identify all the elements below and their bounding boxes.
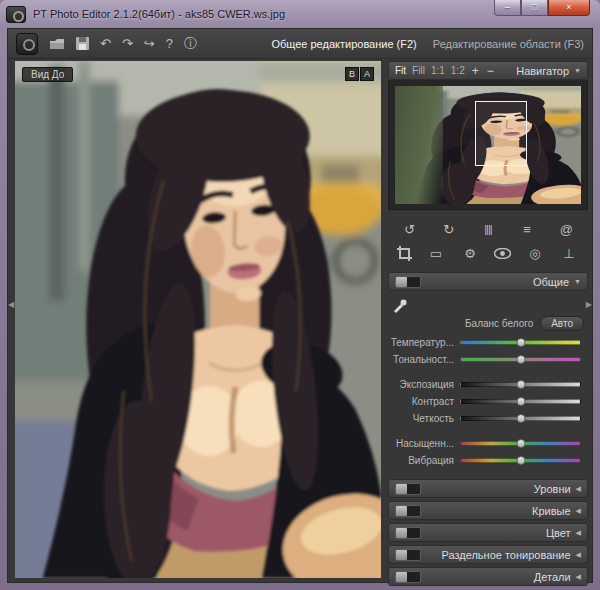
slider-thumb[interactable] xyxy=(516,355,525,364)
slider-thumb[interactable] xyxy=(516,380,525,389)
panel-general-toggle[interactable] xyxy=(395,276,421,288)
panel-details-collapse-icon: ◀ xyxy=(576,573,581,581)
panel-levels-toggle[interactable] xyxy=(395,483,421,495)
tint-slider[interactable] xyxy=(460,357,581,362)
contrast-slider[interactable] xyxy=(460,399,581,404)
tab-general-editing[interactable]: Общее редактирование (F2) xyxy=(271,38,416,50)
panel-split-toning-toggle[interactable] xyxy=(395,549,421,561)
panel-curves-header[interactable]: Кривые ◀ xyxy=(388,501,588,520)
close-button[interactable]: × xyxy=(548,0,590,16)
mode-tabs: Общее редактирование (F2) Редактирование… xyxy=(271,38,584,50)
crop-icon[interactable] xyxy=(397,246,412,261)
zoom-1-1[interactable]: 1:1 xyxy=(431,65,445,76)
slider-thumb[interactable] xyxy=(516,397,525,406)
zoom-fit[interactable]: Fit xyxy=(395,65,406,76)
panel-footer: Сбросить Сохранить как... xyxy=(388,586,588,590)
slider-thumb[interactable] xyxy=(516,338,525,347)
vibrance-slider[interactable] xyxy=(460,458,581,463)
panel-general-collapse-icon: ▼ xyxy=(574,278,581,285)
navigator-thumbnail[interactable] xyxy=(395,86,581,204)
slider-contrast: Контраст xyxy=(390,393,584,410)
panel-levels-title: Уровни xyxy=(534,483,571,495)
help-icon[interactable]: ? xyxy=(166,37,173,50)
save-icon[interactable] xyxy=(76,37,89,50)
adjust-lines-icon[interactable]: ≡ xyxy=(517,223,537,236)
patch-icon[interactable]: ▭ xyxy=(426,247,446,260)
collapse-right-panel-icon[interactable]: ▶ xyxy=(586,300,592,310)
panel-curves-title: Кривые xyxy=(532,505,571,517)
navigator-title[interactable]: Навигатор xyxy=(516,65,569,77)
temperature-slider[interactable] xyxy=(460,340,581,345)
undo-icon[interactable]: ↶ xyxy=(100,37,111,50)
open-folder-icon[interactable] xyxy=(49,38,65,50)
tab-area-editing[interactable]: Редактирование области (F3) xyxy=(433,38,584,50)
slider-thumb[interactable] xyxy=(516,439,525,448)
panel-split-toning-header[interactable]: Раздельное тонирование ◀ xyxy=(388,545,588,564)
white-balance-picker-icon[interactable] xyxy=(392,298,407,313)
maximize-button[interactable]: □ xyxy=(521,0,548,16)
panel-general-title: Общие xyxy=(533,276,569,288)
slider-thumb[interactable] xyxy=(516,414,525,423)
view-mode-badge: Вид До xyxy=(22,67,73,82)
window-title: PT Photo Editor 2.1.2(64бит) - aks85 CWE… xyxy=(33,8,285,20)
panel-general-header[interactable]: Общие ▼ xyxy=(388,272,588,291)
zoom-in-button[interactable]: + xyxy=(471,65,480,77)
panel-curves-toggle[interactable] xyxy=(395,505,421,517)
clone-stamp-icon[interactable]: ◎ xyxy=(525,247,545,260)
straighten-icon[interactable]: ⊥ xyxy=(559,247,579,260)
slider-exposure: Экспозиция xyxy=(390,376,584,393)
rotate-right-icon[interactable]: ↻ xyxy=(439,223,459,236)
info-icon[interactable]: ⓘ xyxy=(184,37,197,50)
redo-icon[interactable]: ↷ xyxy=(122,37,133,50)
red-eye-icon[interactable] xyxy=(494,248,511,259)
minimize-button[interactable]: – xyxy=(494,0,521,16)
collapse-left-panel-icon[interactable]: ◀ xyxy=(8,300,14,310)
panel-color-toggle[interactable] xyxy=(395,527,421,539)
slider-vibrance: Вибрация xyxy=(390,452,584,469)
navigator-thumbnail-box xyxy=(388,80,588,210)
tool-buttons: ↺ ↻ |||| ≡ @ ▭ ⚙ ◎ ⊥ xyxy=(388,210,588,269)
toolbar-icons: ↶ ↷ ↪ ? ⓘ xyxy=(16,33,197,55)
before-button[interactable]: B xyxy=(345,67,359,81)
tool-row-2: ▭ ⚙ ◎ ⊥ xyxy=(390,241,586,265)
app-logo-icon[interactable] xyxy=(16,33,38,55)
denoise-icon[interactable]: ⚙ xyxy=(460,247,480,260)
panel-split-toning-collapse-icon: ◀ xyxy=(576,551,581,559)
navigator-collapse-icon[interactable]: ▼ xyxy=(574,67,581,74)
panel-color-header[interactable]: Цвет ◀ xyxy=(388,523,588,542)
panel-levels-header[interactable]: Уровни ◀ xyxy=(388,479,588,498)
watermark-icon[interactable]: @ xyxy=(556,223,576,236)
app-surface: ↶ ↷ ↪ ? ⓘ Общее редактирование (F2) Реда… xyxy=(7,28,593,583)
titlebar[interactable]: PT Photo Editor 2.1.2(64бит) - aks85 CWE… xyxy=(0,0,600,28)
panel-details-toggle[interactable] xyxy=(395,571,421,583)
clarity-slider[interactable] xyxy=(460,416,581,421)
panel-levels: Уровни ◀ xyxy=(388,479,588,498)
app-window: PT Photo Editor 2.1.2(64бит) - aks85 CWE… xyxy=(0,0,600,590)
tool-row-1: ↺ ↻ |||| ≡ @ xyxy=(390,217,586,241)
zoom-1-2[interactable]: 1:2 xyxy=(451,65,465,76)
navigator-zoom-rect[interactable] xyxy=(475,101,527,166)
zoom-fill[interactable]: Fill xyxy=(412,65,425,76)
navigator-header: Fit Fill 1:1 1:2 + − Навигатор ▼ xyxy=(388,61,588,80)
image-preview[interactable]: Вид До B A xyxy=(15,61,381,578)
window-app-icon[interactable] xyxy=(6,6,26,23)
histogram-icon[interactable]: |||| xyxy=(478,224,498,235)
white-balance-label: Баланс белого xyxy=(465,318,533,329)
saturation-slider[interactable] xyxy=(460,441,581,446)
share-icon[interactable]: ↪ xyxy=(144,37,155,50)
auto-white-balance-button[interactable]: Авто xyxy=(540,316,584,331)
exposure-slider[interactable] xyxy=(460,382,581,387)
slider-tint: Тональност... xyxy=(390,351,584,368)
zoom-out-button[interactable]: − xyxy=(486,65,495,77)
after-button[interactable]: A xyxy=(360,67,374,81)
thumbnail-foliage xyxy=(395,86,443,204)
panel-general-body: Баланс белого Авто Температур... Тональн… xyxy=(388,291,588,476)
panel-details-title: Детали xyxy=(534,571,571,583)
rotate-left-icon[interactable]: ↺ xyxy=(400,223,420,236)
panel-details-header[interactable]: Детали ◀ xyxy=(388,567,588,586)
slider-thumb[interactable] xyxy=(516,456,525,465)
panel-split-toning: Раздельное тонирование ◀ xyxy=(388,545,588,564)
main-area: Вид До B A Fit Fill 1:1 1:2 + − xyxy=(8,59,592,582)
before-after-toggle: B A xyxy=(345,67,374,81)
panel-levels-collapse-icon: ◀ xyxy=(576,485,581,493)
